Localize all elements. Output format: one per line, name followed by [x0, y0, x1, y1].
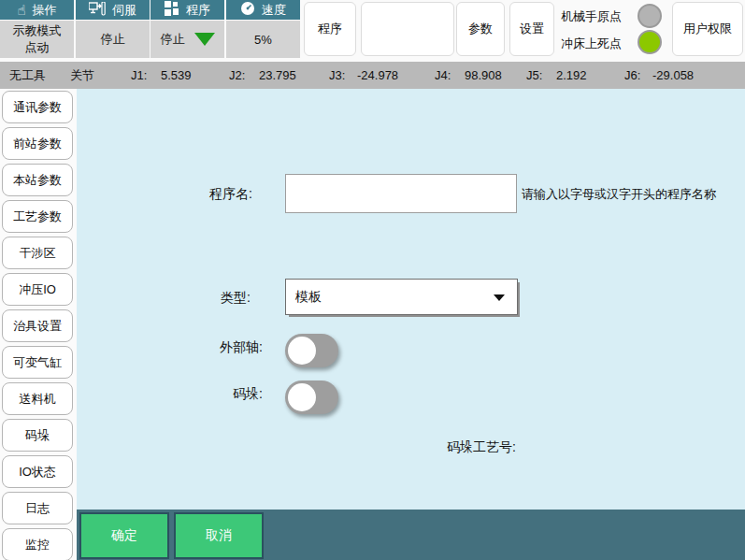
coord-mode-status: 关节: [70, 62, 94, 89]
palletize-label: 码垛:: [174, 386, 263, 403]
tab-speed[interactable]: 速度 5%: [226, 0, 300, 58]
tab-operation[interactable]: ☝ 操作 示教模式 点动: [0, 0, 74, 58]
program-button[interactable]: 程序: [304, 2, 356, 56]
sidebar-item-this-station[interactable]: 本站参数: [2, 164, 73, 196]
program-name-hint: 请输入以字母或汉字开头的程序名称: [522, 186, 716, 203]
palletize-toggle[interactable]: [285, 381, 338, 414]
settings-button[interactable]: 设置: [509, 2, 554, 56]
joint-label-j4: J4:: [435, 62, 451, 89]
joint-label-j3: J3:: [329, 62, 345, 89]
external-axis-label: 外部轴:: [174, 339, 263, 356]
joint-label-j5: J5:: [526, 62, 542, 89]
sidebar-item-interference[interactable]: 干涉区: [2, 237, 73, 269]
sidebar-item-palletize[interactable]: 码垛: [2, 419, 73, 452]
joint-label-j1: J1:: [131, 62, 147, 89]
user-rights-button[interactable]: 用户权限: [672, 2, 743, 56]
type-selected-value: 模板: [295, 289, 322, 304]
speed-gauge-icon: [240, 1, 255, 19]
sidebar-item-process-params[interactable]: 工艺参数: [2, 200, 73, 233]
top-toolbar: ☝ 操作 示教模式 点动 伺服 停止: [0, 0, 745, 62]
operation-mode-line1: 示教模式: [13, 23, 62, 38]
sidebar-item-io-status[interactable]: IO状态: [2, 455, 73, 488]
external-axis-toggle-knob: [288, 337, 316, 365]
tab-program[interactable]: 程序 停止: [150, 0, 224, 58]
blank-button[interactable]: [361, 2, 454, 56]
sidebar-item-press-io[interactable]: 冲压IO: [2, 273, 73, 306]
press-top-indicator: [638, 30, 662, 54]
joint-label-j2: J2:: [229, 62, 245, 89]
program-status-display[interactable]: 停止: [150, 21, 224, 58]
tool-status: 无工具: [9, 62, 46, 89]
robot-origin-label: 机械手原点: [561, 8, 622, 25]
sidebar-item-prev-station[interactable]: 前站参数: [2, 127, 73, 160]
operation-mode-line2: 点动: [25, 40, 50, 55]
operation-mode-display[interactable]: 示教模式 点动: [0, 21, 74, 58]
tab-operation-label: 操作: [33, 2, 57, 19]
palletize-toggle-knob: [288, 383, 316, 411]
external-axis-toggle[interactable]: [285, 334, 338, 367]
servo-status-text: 停止: [101, 31, 125, 48]
dropdown-triangle-icon: [194, 33, 215, 46]
joint-value-j6: -29.058: [652, 62, 694, 89]
tab-program-label: 程序: [186, 2, 210, 19]
tab-servo[interactable]: 伺服 停止: [76, 0, 150, 58]
joint-value-j3: -24.978: [357, 62, 398, 89]
servo-status-display[interactable]: 停止: [76, 21, 150, 58]
joint-label-j6: J6:: [624, 62, 640, 89]
program-name-label: 程序名:: [164, 186, 252, 203]
program-grid-icon: [165, 1, 179, 19]
sidebar-item-feeder[interactable]: 送料机: [2, 382, 73, 415]
sidebar-item-variable-cyl[interactable]: 可变气缸: [2, 346, 73, 379]
confirm-button[interactable]: 确定: [79, 512, 169, 559]
type-dropdown[interactable]: 模板: [285, 279, 518, 315]
combo-arrow-icon: [494, 294, 505, 301]
params-button[interactable]: 参数: [456, 2, 505, 56]
sidebar-item-log[interactable]: 日志: [2, 492, 73, 524]
program-status-text: 停止: [161, 31, 185, 48]
sidebar: 通讯参数 前站参数 本站参数 工艺参数 干涉区 冲压IO 治具设置 可变气缸 送…: [0, 89, 77, 560]
robot-origin-indicator: [638, 4, 662, 28]
joint-value-j2: 23.795: [259, 62, 296, 89]
palletize-process-label: 码垛工艺号:: [447, 439, 516, 456]
servo-icon: [89, 2, 106, 19]
press-top-dead-center-label: 冲床上死点: [561, 36, 622, 52]
speed-display[interactable]: 5%: [226, 21, 300, 58]
program-name-input[interactable]: [285, 174, 517, 213]
joint-value-j5: 2.192: [556, 62, 587, 89]
tab-servo-label: 伺服: [112, 2, 136, 19]
sidebar-item-monitor[interactable]: 监控: [2, 528, 73, 560]
new-program-form: 程序名: 请输入以字母或汉字开头的程序名称 类型: 模板 外部轴: 码垛: 码垛…: [77, 89, 745, 510]
speed-value-text: 5%: [254, 33, 272, 47]
tab-speed-label: 速度: [262, 2, 286, 19]
type-label: 类型:: [162, 290, 251, 307]
sidebar-item-comm-params[interactable]: 通讯参数: [2, 91, 73, 123]
cancel-button[interactable]: 取消: [174, 512, 264, 559]
hand-pointer-icon: ☝: [17, 3, 25, 17]
footer-bar: 确定 取消: [77, 510, 745, 560]
sidebar-item-fixture[interactable]: 治具设置: [2, 309, 73, 342]
joint-value-j4: 98.908: [465, 62, 502, 89]
joint-status-bar: 无工具 关节 J1: 5.539 J2: 23.795 J3: -24.978 …: [0, 62, 745, 89]
joint-value-j1: 5.539: [161, 62, 192, 89]
